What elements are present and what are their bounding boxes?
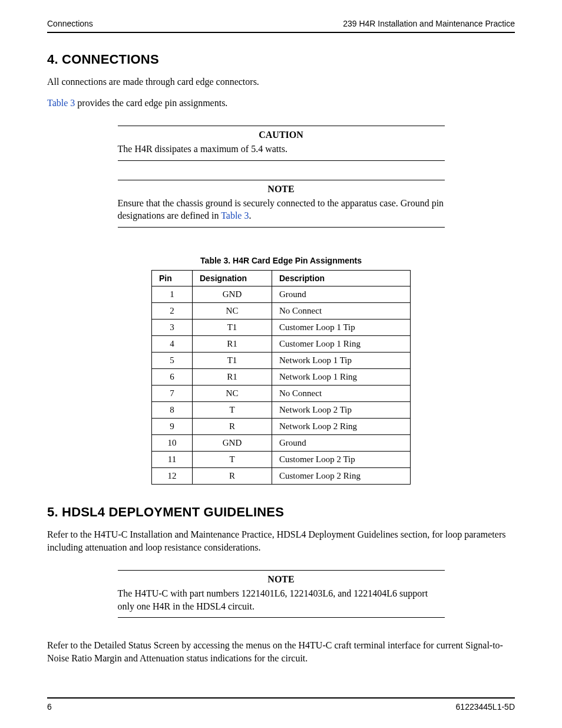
cell-description: Customer Loop 1 Tip [272, 319, 411, 335]
table-row: 11TCustomer Loop 2 Tip [152, 451, 411, 467]
section-5-p1: Refer to the H4TU-C Installation and Mai… [47, 528, 515, 554]
th-pin: Pin [152, 270, 193, 286]
header-rule [47, 32, 515, 33]
cell-description: No Connect [272, 302, 411, 319]
footer-page-number: 6 [47, 702, 52, 711]
cell-pin: 7 [152, 385, 193, 401]
note1-body-post: . [249, 210, 251, 220]
cell-designation: R1 [193, 368, 272, 385]
running-footer: 6 61223445L1-5D [47, 699, 515, 711]
table-row: 6R1Network Loop 1 Ring [152, 368, 411, 385]
caution-title: CAUTION [118, 126, 445, 140]
section-4-p2-rest: provides the card edge pin assignments. [75, 98, 227, 108]
note1-block: NOTE Ensure that the chassis ground is s… [118, 180, 445, 228]
table-header-row: Pin Designation Description [152, 270, 411, 286]
running-header: Connections 239 H4R Installation and Mai… [47, 19, 515, 32]
th-designation: Designation [193, 270, 272, 286]
table3-link[interactable]: Table 3 [47, 98, 75, 108]
rule [118, 227, 445, 228]
cell-pin: 3 [152, 319, 193, 335]
footer-doc-id: 61223445L1-5D [456, 702, 515, 711]
cell-pin: 9 [152, 418, 193, 434]
table-row: 8TNetwork Loop 2 Tip [152, 401, 411, 418]
section-5-heading: 5. HDSL4 DEPLOYMENT GUIDELINES [47, 505, 515, 520]
cell-description: Customer Loop 2 Ring [272, 467, 411, 484]
note2-title: NOTE [118, 571, 445, 585]
cell-description: Network Loop 2 Ring [272, 418, 411, 434]
cell-designation: T1 [193, 352, 272, 368]
table-row: 12RCustomer Loop 2 Ring [152, 467, 411, 484]
cell-description: No Connect [272, 385, 411, 401]
table3-link[interactable]: Table 3 [221, 210, 249, 220]
table-row: 7NCNo Connect [152, 385, 411, 401]
note1-body-pre: Ensure that the chassis ground is secure… [118, 198, 444, 221]
cell-description: Ground [272, 434, 411, 451]
table-row: 5T1Network Loop 1 Tip [152, 352, 411, 368]
cell-designation: GND [193, 434, 272, 451]
cell-pin: 6 [152, 368, 193, 385]
cell-description: Network Loop 1 Tip [272, 352, 411, 368]
section-4-p1: All connections are made through card ed… [47, 75, 515, 88]
cell-designation: T [193, 401, 272, 418]
pin-table: Pin Designation Description 1GNDGround2N… [151, 270, 411, 485]
section-4-p2: Table 3 provides the card edge pin assig… [47, 97, 515, 110]
table-row: 4R1Customer Loop 1 Ring [152, 335, 411, 352]
cell-pin: 10 [152, 434, 193, 451]
rule [118, 160, 445, 161]
cell-pin: 12 [152, 467, 193, 484]
caution-block: CAUTION The H4R dissipates a maximum of … [118, 126, 445, 161]
table-row: 1GNDGround [152, 286, 411, 302]
cell-designation: NC [193, 385, 272, 401]
note2-block: NOTE The H4TU-C with part numbers 122140… [118, 570, 445, 618]
cell-designation: R [193, 418, 272, 434]
cell-designation: T [193, 451, 272, 467]
cell-designation: R [193, 467, 272, 484]
cell-designation: NC [193, 302, 272, 319]
cell-description: Customer Loop 2 Tip [272, 451, 411, 467]
cell-designation: T1 [193, 319, 272, 335]
spacer [47, 673, 515, 691]
cell-description: Network Loop 1 Ring [272, 368, 411, 385]
header-right: 239 H4R Installation and Maintenance Pra… [343, 19, 515, 28]
section-4-heading: 4. CONNECTIONS [47, 52, 515, 67]
cell-designation: GND [193, 286, 272, 302]
page: Connections 239 H4R Installation and Mai… [0, 0, 562, 728]
th-description: Description [272, 270, 411, 286]
cell-pin: 2 [152, 302, 193, 319]
cell-designation: R1 [193, 335, 272, 352]
cell-pin: 8 [152, 401, 193, 418]
caution-body: The H4R dissipates a maximum of 5.4 watt… [118, 140, 445, 160]
cell-description: Ground [272, 286, 411, 302]
note1-title: NOTE [118, 180, 445, 195]
note1-body: Ensure that the chassis ground is secure… [118, 195, 445, 227]
rule [118, 617, 445, 618]
closing-p: Refer to the Detailed Status Screen by a… [47, 639, 515, 664]
cell-pin: 4 [152, 335, 193, 352]
header-left: Connections [47, 19, 93, 28]
table-row: 2NCNo Connect [152, 302, 411, 319]
table-row: 10GNDGround [152, 434, 411, 451]
table3-caption: Table 3. H4R Card Edge Pin Assignments [47, 256, 515, 265]
cell-description: Network Loop 2 Tip [272, 401, 411, 418]
cell-pin: 5 [152, 352, 193, 368]
table-row: 3T1Customer Loop 1 Tip [152, 319, 411, 335]
table-row: 9RNetwork Loop 2 Ring [152, 418, 411, 434]
cell-pin: 1 [152, 286, 193, 302]
cell-description: Customer Loop 1 Ring [272, 335, 411, 352]
note2-body: The H4TU-C with part numbers 1221401L6, … [118, 585, 445, 617]
cell-pin: 11 [152, 451, 193, 467]
